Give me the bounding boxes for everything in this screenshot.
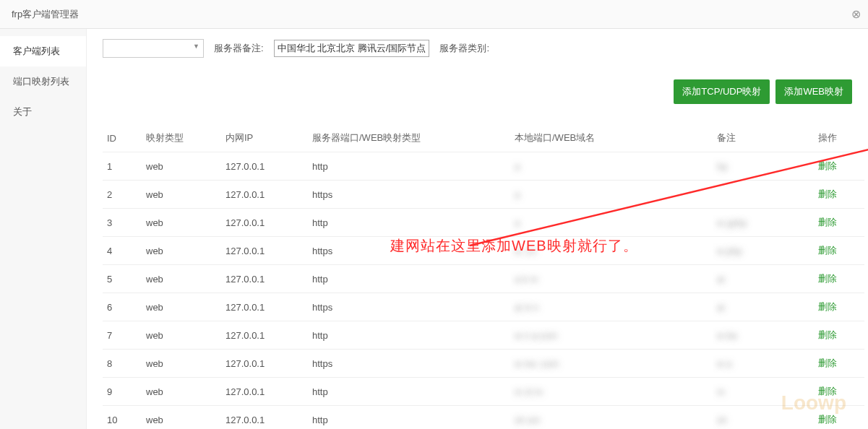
table-row: 5web127.0.0.1httpa b mar删除	[103, 265, 864, 293]
cell-port: https	[308, 237, 510, 265]
server-type-label: 服务器类别:	[439, 42, 489, 55]
table-header-row: ID 映射类型 内网IP 服务器端口/WEB映射类型 本地端口/WEB域名 备注…	[103, 124, 864, 152]
cell-note	[713, 181, 814, 209]
th-port: 服务器端口/WEB映射类型	[308, 124, 510, 152]
cell-op: 删除	[814, 152, 864, 181]
cell-id: 3	[103, 209, 142, 237]
th-id: ID	[103, 124, 142, 152]
cell-id: 6	[103, 293, 142, 321]
cell-op: 删除	[814, 209, 864, 237]
delete-link[interactable]: 删除	[818, 414, 837, 425]
cell-op: 删除	[814, 181, 864, 209]
cell-ip: 127.0.0.1	[221, 321, 308, 350]
table-row: 7web127.0.0.1httpw n a.comw ba删除	[103, 321, 864, 350]
cell-op: 删除	[814, 237, 864, 265]
cell-note: w php	[713, 237, 814, 265]
th-type: 映射类型	[142, 124, 221, 152]
delete-link[interactable]: 删除	[818, 386, 837, 396]
table-row: 4web127.0.0.1httpsw .cnw php删除	[103, 237, 864, 265]
table-row: 10web127.0.0.1httpsh omsh删除	[103, 406, 864, 430]
cell-ip: 127.0.0.1	[221, 181, 308, 209]
mapping-table: ID 映射类型 内网IP 服务器端口/WEB映射类型 本地端口/WEB域名 备注…	[103, 124, 864, 429]
sidebar-item-about[interactable]: 关于	[0, 97, 86, 127]
cell-domain: w n a.com	[510, 321, 713, 350]
cell-id: 2	[103, 181, 142, 209]
table-row: 8web127.0.0.1httpsw nw .comw a删除	[103, 350, 864, 378]
cell-id: 4	[103, 237, 142, 265]
table-row: 2web127.0.0.1httpsa删除	[103, 181, 864, 209]
action-row: 添加TCP/UDP映射 添加WEB映射	[103, 79, 852, 104]
cell-id: 1	[103, 152, 142, 181]
cell-op: 删除	[814, 350, 864, 378]
cell-ip: 127.0.0.1	[221, 265, 308, 293]
cell-port: http	[308, 209, 510, 237]
delete-link[interactable]: 删除	[818, 358, 837, 368]
cell-ip: 127.0.0.1	[221, 209, 308, 237]
cell-ip: 127.0.0.1	[221, 237, 308, 265]
cell-port: http	[308, 152, 510, 181]
delete-link[interactable]: 删除	[818, 273, 837, 284]
cell-note: sh	[713, 406, 814, 430]
cell-id: 9	[103, 378, 142, 406]
cell-type: web	[142, 406, 221, 430]
cell-ip: 127.0.0.1	[221, 378, 308, 406]
cell-domain: a	[510, 209, 713, 237]
sidebar-item-port-mapping[interactable]: 端口映射列表	[0, 66, 86, 97]
cell-type: web	[142, 321, 221, 350]
table-body: 1web127.0.0.1httpahp删除2web127.0.0.1https…	[103, 152, 864, 430]
sidebar-item-label: 客户端列表	[13, 46, 60, 56]
delete-link[interactable]: 删除	[818, 188, 837, 199]
cell-type: web	[142, 350, 221, 378]
cell-port: https	[308, 293, 510, 321]
server-note-label: 服务器备注:	[214, 42, 264, 55]
cell-id: 10	[103, 406, 142, 430]
cell-port: http	[308, 321, 510, 350]
table-row: 1web127.0.0.1httpahp删除	[103, 152, 864, 181]
add-web-button[interactable]: 添加WEB映射	[775, 79, 852, 104]
cell-domain: m zt m	[510, 378, 713, 406]
table-row: 3web127.0.0.1httpaw yphp删除	[103, 209, 864, 237]
cell-op: 删除	[814, 378, 864, 406]
cell-note: ar	[713, 293, 814, 321]
cell-note: w ba	[713, 321, 814, 350]
cell-id: 5	[103, 265, 142, 293]
delete-link[interactable]: 删除	[818, 301, 837, 312]
th-note: 备注	[713, 124, 814, 152]
close-icon[interactable]: ⊗	[851, 7, 861, 21]
cell-port: https	[308, 181, 510, 209]
cell-domain: sh om	[510, 406, 713, 430]
add-tcp-udp-button[interactable]: 添加TCP/UDP映射	[674, 79, 770, 104]
cell-domain: ar b n	[510, 293, 713, 321]
cell-op: 删除	[814, 406, 864, 430]
sidebar-item-label: 关于	[13, 106, 32, 117]
cell-type: web	[142, 209, 221, 237]
delete-link[interactable]: 删除	[818, 329, 837, 340]
cell-ip: 127.0.0.1	[221, 406, 308, 430]
delete-link[interactable]: 删除	[818, 217, 837, 228]
cell-note: ar	[713, 265, 814, 293]
cell-type: web	[142, 378, 221, 406]
delete-link[interactable]: 删除	[818, 245, 837, 256]
cell-port: http	[308, 406, 510, 430]
table-row: 9web127.0.0.1httpm zt mm删除	[103, 378, 864, 406]
th-op: 操作	[814, 124, 864, 152]
cell-ip: 127.0.0.1	[221, 293, 308, 321]
delete-link[interactable]: 删除	[818, 160, 837, 171]
cell-note: w a	[713, 350, 814, 378]
cell-op: 删除	[814, 265, 864, 293]
cell-port: https	[308, 350, 510, 378]
server-note-value: 中国华北 北京北京 腾讯云/国际节点	[274, 40, 430, 57]
cell-id: 8	[103, 350, 142, 378]
table-row: 6web127.0.0.1httpsar b nar删除	[103, 293, 864, 321]
cell-ip: 127.0.0.1	[221, 152, 308, 181]
cell-domain: w .cn	[510, 237, 713, 265]
sidebar: 客户端列表 端口映射列表 关于	[0, 29, 87, 429]
th-ip: 内网IP	[221, 124, 308, 152]
cell-domain: a	[510, 181, 713, 209]
cell-note: m	[713, 378, 814, 406]
server-select[interactable]	[103, 39, 204, 58]
cell-type: web	[142, 152, 221, 181]
cell-domain: w nw .com	[510, 350, 713, 378]
th-domain: 本地端口/WEB域名	[510, 124, 713, 152]
sidebar-item-clients[interactable]: 客户端列表	[0, 36, 86, 66]
